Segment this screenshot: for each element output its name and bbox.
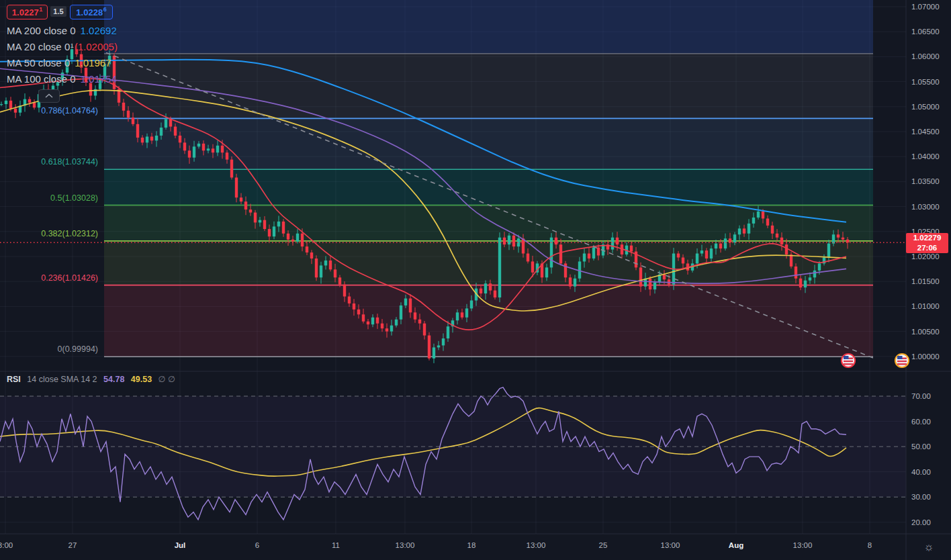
time-tick: 13:00 <box>527 541 546 550</box>
time-tick: 3:00 <box>0 541 13 550</box>
rsi-tick: 30.00 <box>911 492 931 502</box>
legend-row-ma200[interactable]: MA 200 close 01.02692 <box>7 25 117 36</box>
price-tick: 1.00500 <box>911 327 940 336</box>
fib-level-label[interactable]: 0.5(1.03028) <box>0 193 98 203</box>
chart-window: { "header": { "sell": {"main": "1.0227",… <box>0 0 951 560</box>
rsi-tick: 40.00 <box>911 467 931 477</box>
ma100-value: 1.01754 <box>81 73 117 85</box>
rsi-tick: 70.00 <box>911 391 931 401</box>
rsi-legend[interactable]: RSI 14 close SMA 14 2 54.78 49.53 ∅ ∅ <box>7 374 179 384</box>
ma50-value: 1.01967 <box>75 57 111 68</box>
ma100-label: MA 100 close 0 <box>7 73 76 85</box>
time-tick: 18 <box>467 541 476 550</box>
buy-button[interactable]: 1.02286 <box>70 5 113 19</box>
ma200-label: MA 200 close 0 <box>7 25 76 36</box>
fib-level-label[interactable]: 0.618(1.03744) <box>0 157 98 167</box>
rsi-params: 14 close SMA 14 2 <box>27 375 97 384</box>
sell-price-sup: 1 <box>39 6 42 13</box>
us-flag-icon[interactable] <box>842 354 855 367</box>
ma50-label: MA 50 close 0 <box>7 57 70 68</box>
time-tick: Jul <box>175 541 186 550</box>
buy-price: 1.0228 <box>76 7 103 17</box>
legend-row-ma50[interactable]: MA 50 close 01.01967 <box>7 57 111 68</box>
price-tick: 1.04500 <box>911 127 940 136</box>
legend-row-ma100[interactable]: MA 100 close 01.01754 <box>7 73 117 85</box>
chevron-up-icon <box>45 93 53 99</box>
legend-collapse-button[interactable] <box>38 89 60 103</box>
rsi-tick: 20.00 <box>911 518 931 527</box>
buy-price-sup: 6 <box>103 6 107 13</box>
rsi-extra-values: ∅ ∅ <box>158 375 175 384</box>
ma20-sup: 1 <box>71 42 74 49</box>
legend-row-ma20[interactable]: MA 20 close 01(1.02005) <box>7 41 118 52</box>
time-tick: 13:00 <box>793 541 813 550</box>
price-tick: 1.06500 <box>911 27 940 36</box>
time-tick: 27 <box>69 541 77 550</box>
fib-level-label[interactable]: 0.236(1.01426) <box>0 273 98 283</box>
ma200-value: 1.02692 <box>81 25 117 36</box>
current-price: 1.02279 <box>906 233 948 243</box>
time-tick: 25 <box>599 541 608 550</box>
rsi-value: 54.78 <box>103 375 124 384</box>
spread-label: 1.5 <box>50 6 66 17</box>
price-tick: 1.05000 <box>911 102 940 111</box>
fib-level-label[interactable]: 0.382(1.02312) <box>0 229 98 238</box>
us-flag-icon[interactable] <box>895 354 909 367</box>
time-tick: 6 <box>255 541 259 550</box>
price-tick: 1.05500 <box>911 77 940 87</box>
axis-settings-button[interactable]: ☼ <box>907 534 951 560</box>
time-tick: Aug <box>729 541 743 550</box>
rsi-title: RSI <box>7 375 21 384</box>
sell-button[interactable]: 1.02271 <box>7 5 48 19</box>
price-tick: 1.00000 <box>911 352 940 361</box>
price-tick: 1.01000 <box>911 301 940 311</box>
ma20-label: MA 20 close 0 <box>7 41 70 52</box>
current-price-badge[interactable]: 1.02279 27:06 <box>906 233 948 253</box>
price-tick: 1.02000 <box>911 252 940 261</box>
bar-countdown: 27:06 <box>906 243 948 253</box>
price-tick: 1.03000 <box>911 202 940 212</box>
time-tick: 13:00 <box>661 541 680 550</box>
time-tick: 11 <box>332 541 340 550</box>
time-tick: 8 <box>868 541 872 550</box>
time-tick: 13:00 <box>396 541 415 550</box>
fib-level-label[interactable]: 0.786(1.04764) <box>0 106 98 115</box>
sell-price: 1.0227 <box>12 7 39 17</box>
price-tick: 1.04000 <box>911 152 940 161</box>
rsi-tick: 50.00 <box>911 442 931 451</box>
rsi-sma-value: 49.53 <box>131 375 152 384</box>
ma20-value: (1.02005) <box>75 41 118 52</box>
price-tick: 1.03500 <box>911 177 940 186</box>
fib-level-label[interactable]: 0(0.99994) <box>0 344 98 354</box>
sun-icon: ☼ <box>923 541 934 554</box>
price-tick: 1.06000 <box>911 52 940 61</box>
price-tick: 1.07000 <box>911 2 940 11</box>
chart-canvas[interactable] <box>0 0 951 560</box>
price-tick: 1.01500 <box>911 277 940 286</box>
rsi-tick: 60.00 <box>911 417 931 426</box>
